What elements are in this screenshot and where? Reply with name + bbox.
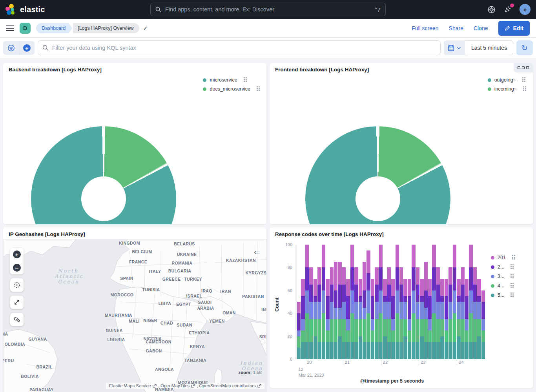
stacked-bar[interactable] <box>424 262 428 359</box>
bar-segment <box>457 336 460 359</box>
stacked-bar[interactable] <box>469 245 472 359</box>
map-set-view-icon[interactable] <box>10 278 24 292</box>
kql-query-input[interactable]: Filter your data using KQL syntax <box>38 40 441 55</box>
legend-actions-icon[interactable] <box>523 86 527 92</box>
refresh-button[interactable]: ↻ <box>516 40 533 55</box>
map-zoom-in-button[interactable]: + <box>10 248 24 261</box>
saved-check-icon[interactable]: ✓ <box>143 25 148 32</box>
stacked-bar[interactable] <box>330 267 334 359</box>
stacked-bar[interactable] <box>481 290 485 359</box>
map-tools-icon[interactable] <box>10 313 24 326</box>
backend-donut-chart[interactable] <box>31 126 176 224</box>
help-icon[interactable] <box>487 5 496 14</box>
filter-menu-icon[interactable] <box>3 41 19 55</box>
global-search-input[interactable]: Find apps, content, and more. Ex: Discov… <box>150 3 386 16</box>
stacked-bar[interactable] <box>371 279 374 359</box>
panel-title[interactable]: Response codes over time [Logs HAProxy] <box>270 227 533 237</box>
stacked-bar[interactable] <box>416 267 419 359</box>
legend-item[interactable]: 201 <box>491 255 516 260</box>
stacked-bar[interactable] <box>445 279 448 359</box>
stacked-bar[interactable] <box>326 279 329 359</box>
panel-options-icon[interactable] <box>514 63 533 73</box>
stacked-bar[interactable] <box>412 245 415 359</box>
frontend-donut-chart[interactable] <box>305 126 450 224</box>
stacked-bar[interactable] <box>461 267 465 359</box>
stacked-bar[interactable] <box>301 279 304 359</box>
bar-segment <box>424 342 428 359</box>
add-filter-button[interactable]: + <box>19 41 35 55</box>
clone-button[interactable]: Clone <box>474 25 488 31</box>
legend-actions-icon[interactable] <box>510 274 514 279</box>
legend-item[interactable]: 3... <box>491 274 516 279</box>
stacked-bar[interactable] <box>309 267 313 359</box>
stacked-bar[interactable] <box>342 267 346 359</box>
legend-actions-icon[interactable] <box>244 77 247 83</box>
map-zoom-out-button[interactable]: − <box>10 261 24 274</box>
stacked-bar[interactable] <box>403 279 407 359</box>
stacked-bar[interactable] <box>396 245 399 359</box>
stacked-bar[interactable] <box>457 279 460 359</box>
stacked-bar[interactable] <box>453 245 456 359</box>
stacked-bar[interactable] <box>322 245 325 359</box>
stacked-bar[interactable] <box>408 279 411 359</box>
legend-item[interactable]: incoming~ <box>488 86 527 92</box>
geo-map[interactable]: + − ⇐ zoom: 1.58 Elastic Maps Service, O… <box>3 239 266 392</box>
map-expand-icon[interactable] <box>10 296 24 309</box>
legend-item[interactable]: microservice <box>203 77 260 83</box>
stacked-bar[interactable] <box>432 245 436 359</box>
legend-item[interactable]: docs_microservice <box>203 86 260 92</box>
stacked-bar[interactable] <box>305 245 309 359</box>
user-avatar[interactable]: e <box>520 4 531 15</box>
space-avatar[interactable]: D <box>20 23 31 34</box>
stacked-bar[interactable] <box>317 267 321 359</box>
stacked-bar[interactable] <box>354 267 358 359</box>
stacked-bar[interactable] <box>399 267 403 359</box>
legend-item[interactable]: 5... <box>491 292 516 298</box>
stacked-bar[interactable] <box>473 267 477 359</box>
map-legend-collapse-icon[interactable]: ⇐ <box>254 248 260 257</box>
stacked-bar[interactable] <box>314 279 317 359</box>
stacked-bar[interactable] <box>346 279 350 359</box>
panel-title[interactable]: Backend breakdown [Logs HAProxy] <box>3 63 266 73</box>
edit-button[interactable]: Edit <box>498 21 530 36</box>
panel-title[interactable]: Frontend breakdown [Logs HAProxy] <box>270 63 533 73</box>
stacked-bar[interactable] <box>359 279 362 359</box>
stacked-bar[interactable] <box>375 267 378 359</box>
breadcrumb-dashboard[interactable]: Dashboard <box>36 23 69 33</box>
stacked-bar[interactable] <box>440 279 444 359</box>
stacked-bar[interactable] <box>297 302 301 359</box>
news-feed-icon[interactable] <box>503 5 512 14</box>
stacked-bar[interactable] <box>448 267 452 359</box>
legend-actions-icon[interactable] <box>510 283 514 289</box>
stacked-bar[interactable] <box>420 279 423 359</box>
breadcrumb-current-page[interactable]: [Logs HAProxy] Overview <box>73 23 139 33</box>
stacked-bar[interactable] <box>363 262 366 359</box>
legend-actions-icon[interactable] <box>522 77 526 83</box>
menu-icon[interactable] <box>6 25 14 31</box>
stacked-bar[interactable] <box>436 267 440 359</box>
legend-actions-icon[interactable] <box>510 292 514 298</box>
legend-actions-icon[interactable] <box>512 255 516 260</box>
legend-item[interactable]: 4... <box>491 283 516 289</box>
stacked-bar[interactable] <box>334 262 337 359</box>
legend-actions-icon[interactable] <box>257 86 260 92</box>
time-range-value[interactable]: Last 5 minutes <box>465 40 513 55</box>
map-attribution-link[interactable]: Elastic Maps Service <box>109 383 151 388</box>
panel-title[interactable]: IP Geohashes [Logs HAProxy] <box>3 227 266 237</box>
legend-item[interactable]: outgoing~ <box>488 77 527 83</box>
legend-item[interactable]: 2... <box>491 264 516 270</box>
stacked-bar[interactable] <box>387 267 391 359</box>
calendar-menu-button[interactable] <box>444 40 465 55</box>
legend-actions-icon[interactable] <box>510 264 514 270</box>
stacked-bar[interactable] <box>391 279 395 359</box>
stacked-bar[interactable] <box>477 279 481 359</box>
stacked-bar[interactable] <box>366 250 370 359</box>
stacked-bar[interactable] <box>350 245 354 359</box>
full-screen-button[interactable]: Full screen <box>412 25 438 31</box>
stacked-bar[interactable] <box>338 262 341 359</box>
share-button[interactable]: Share <box>449 25 463 31</box>
stacked-bar[interactable] <box>383 279 387 359</box>
stacked-bar[interactable] <box>428 279 432 359</box>
stacked-bar[interactable] <box>465 279 469 359</box>
stacked-bar[interactable] <box>379 245 383 359</box>
